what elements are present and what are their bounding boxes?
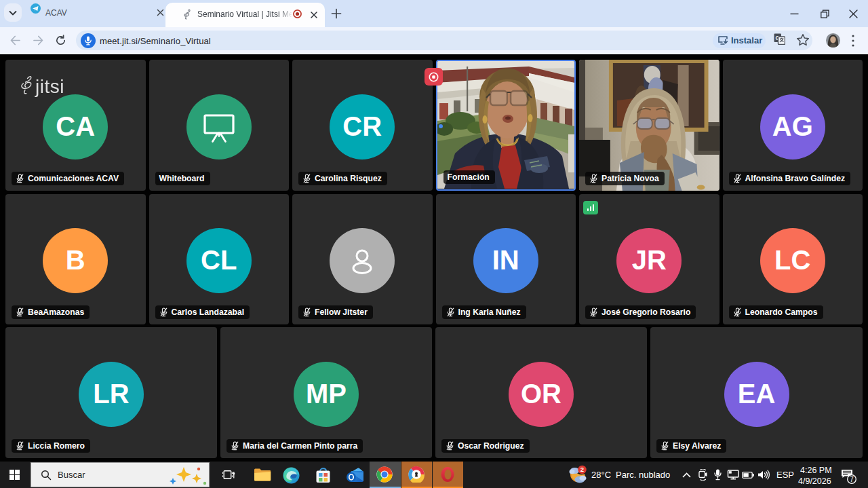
svg-text:7: 7	[850, 476, 854, 483]
svg-text:2: 2	[580, 466, 584, 473]
svg-text:jitsi: jitsi	[35, 76, 64, 97]
